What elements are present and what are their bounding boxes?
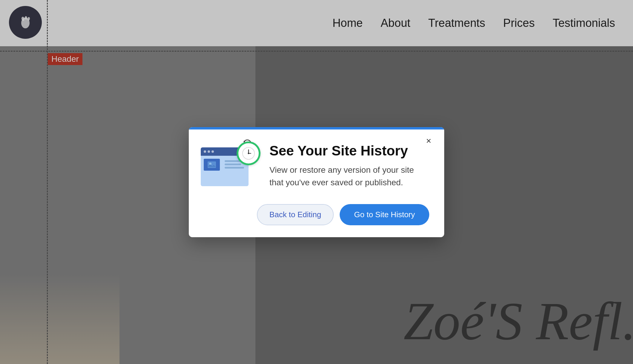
site-history-modal: × — [189, 127, 444, 237]
illustration-clock — [237, 141, 260, 165]
illustration-clock-arrow — [243, 139, 252, 148]
modal-top-accent — [189, 127, 444, 129]
modal-text-content: See Your Site History View or restore an… — [269, 141, 429, 189]
svg-rect-4 — [208, 161, 216, 168]
modal-body: See Your Site History View or restore an… — [189, 129, 444, 198]
illustration-dot-3 — [211, 150, 214, 153]
modal-backdrop: × — [0, 0, 633, 364]
svg-point-9 — [248, 152, 249, 154]
modal-close-button[interactable]: × — [422, 134, 435, 147]
illustration-dot-2 — [208, 150, 210, 153]
modal-title: See Your Site History — [269, 143, 429, 159]
illustration-line-3 — [225, 167, 244, 169]
modal-illustration — [201, 141, 260, 189]
back-to-editing-button[interactable]: Back to Editing — [257, 204, 334, 225]
illustration-line-2 — [225, 164, 241, 165]
modal-description: View or restore any version of your site… — [269, 164, 429, 189]
go-to-site-history-button[interactable]: Go to Site History — [340, 204, 429, 225]
illustration-image-icon — [204, 159, 220, 171]
illustration-dot-1 — [204, 150, 206, 153]
modal-footer: Back to Editing Go to Site History — [189, 198, 444, 237]
illustration-clock-face — [242, 147, 255, 160]
